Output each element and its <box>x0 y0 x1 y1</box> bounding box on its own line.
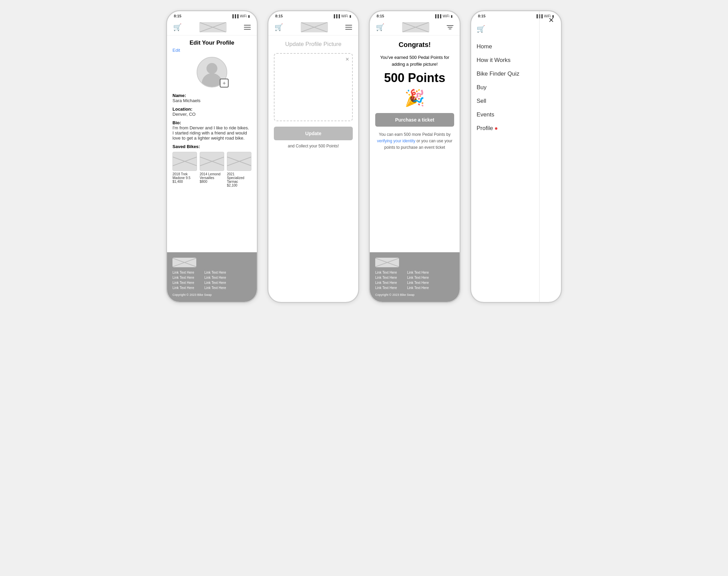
footer-link-1-3[interactable]: Link Text Here <box>172 281 194 285</box>
profile-title: Edit Your Profile <box>172 39 251 46</box>
hamburger-2[interactable] <box>345 25 352 30</box>
saved-bikes-title: Saved Bikes: <box>172 144 251 149</box>
footer-col-1a: Link Text Here Link Text Here Link Text … <box>172 271 194 290</box>
cart-icon-1[interactable]: 🛒 <box>173 23 182 31</box>
bio-field: Bio: I'm from Denver and I like to ride … <box>172 120 251 141</box>
menu-close-button[interactable]: ✕ <box>548 16 554 24</box>
bike-price-1: $800 <box>200 180 224 183</box>
points-display: 500 Points <box>375 71 454 85</box>
bike-img-1 <box>200 152 224 171</box>
wifi-icon-2: WiFi <box>341 14 348 18</box>
purchase-ticket-button[interactable]: Purchase a ticket <box>375 113 454 127</box>
footer-link-1-5[interactable]: Link Text Here <box>204 271 226 274</box>
footer-link-3-1[interactable]: Link Text Here <box>375 271 397 274</box>
avatar-head <box>206 63 217 74</box>
footer-links-3: Link Text Here Link Text Here Link Text … <box>375 271 454 290</box>
nav-bar-1: 🛒 <box>167 19 257 35</box>
footer-link-3-8[interactable]: Link Text Here <box>407 286 429 290</box>
footer-link-3-7[interactable]: Link Text Here <box>407 281 429 285</box>
footer-link-1-7[interactable]: Link Text Here <box>204 281 226 285</box>
screen-edit-profile: Edit Your Profile Edit ＋ Name: Sara Mich… <box>167 35 257 252</box>
bike-card-2[interactable]: 2021 Specialized Tarmac $2,100 <box>227 152 251 187</box>
phone-2: 8:15 ▐▐▐ WiFi ▮ 🛒 Update Profile Picture… <box>267 10 359 303</box>
add-photo-button[interactable]: ＋ <box>220 79 229 87</box>
logo-1 <box>199 22 227 32</box>
battery-icon-3: ▮ <box>451 14 453 18</box>
logo-2 <box>301 22 328 32</box>
footer-link-1-2[interactable]: Link Text Here <box>172 276 194 279</box>
signal-icon-3: ▐▐▐ <box>434 14 441 18</box>
avatar-body <box>202 73 222 87</box>
name-field: Name: Sara Michaels <box>172 93 251 103</box>
battery-icon: ▮ <box>248 14 250 18</box>
footer-3: Link Text Here Link Text Here Link Text … <box>370 252 460 302</box>
update-button[interactable]: Update <box>274 127 353 140</box>
profile-content: Edit Your Profile Edit ＋ Name: Sara Mich… <box>167 35 257 191</box>
footer-links-1: Link Text Here Link Text Here Link Text … <box>172 271 251 290</box>
footer-logo-3 <box>375 258 399 267</box>
status-bar-4: 8:15 ▐▐▐ WiFi ▮ <box>471 11 561 19</box>
congrats-content: Congrats! You've earned 500 Pedal Points… <box>370 35 460 157</box>
screen-update-pic: Update Profile Picture ✕ Update and Coll… <box>268 35 358 302</box>
verify-identity-link[interactable]: verifying your identity <box>377 139 415 143</box>
time-1: 8:15 <box>174 14 181 18</box>
location-value: Denver, CO <box>172 112 196 117</box>
hamburger-1[interactable] <box>244 25 251 30</box>
footer-link-1-4[interactable]: Link Text Here <box>172 286 194 290</box>
footer-link-1-8[interactable]: Link Text Here <box>204 286 226 290</box>
footer-link-1-6[interactable]: Link Text Here <box>204 276 226 279</box>
upload-close[interactable]: ✕ <box>345 57 349 62</box>
nav-bar-2: 🛒 <box>268 19 358 35</box>
cart-icon-3[interactable]: 🛒 <box>376 23 384 31</box>
menu-item-buy[interactable]: Buy <box>477 81 556 94</box>
bike-card-1[interactable]: 2014 Lemond Versailles $800 <box>200 152 224 187</box>
footer-link-1-1[interactable]: Link Text Here <box>172 271 194 274</box>
copyright-1: Copyright © 2023 Bike Swap <box>172 293 251 297</box>
location-field: Location: Denver, CO <box>172 107 251 117</box>
upload-area[interactable]: ✕ <box>274 53 353 121</box>
battery-icon-2: ▮ <box>349 14 351 18</box>
edit-link[interactable]: Edit <box>172 48 251 53</box>
bike-card-0[interactable]: 2018 Trek Madone 9.5 $1,400 <box>172 152 197 187</box>
footer-link-3-2[interactable]: Link Text Here <box>375 276 397 279</box>
bio-value: I'm from Denver and I like to ride bikes… <box>172 125 249 141</box>
menu-item-how-it-works[interactable]: How it Works <box>477 53 556 67</box>
menu-item-sell[interactable]: Sell <box>477 94 556 108</box>
avatar-wrap: ＋ <box>197 57 227 87</box>
cart-icon-2[interactable]: 🛒 <box>275 23 283 31</box>
bike-img-2 <box>227 152 251 171</box>
status-icons-2: ▐▐▐ WiFi ▮ <box>333 14 351 18</box>
bike-name-2: 2021 Specialized Tarmac <box>227 172 251 183</box>
logo-3 <box>402 22 429 32</box>
update-content: Update Profile Picture ✕ Update and Coll… <box>268 35 358 154</box>
footer-link-3-5[interactable]: Link Text Here <box>407 271 429 274</box>
footer-link-3-3[interactable]: Link Text Here <box>375 281 397 285</box>
bike-img-0 <box>172 152 197 171</box>
menu-item-home[interactable]: Home <box>477 40 556 53</box>
menu-item-profile[interactable]: Profile <box>477 122 556 135</box>
bike-price-2: $2,100 <box>227 183 251 187</box>
bike-price-0: $1,400 <box>172 180 197 183</box>
footer-link-3-6[interactable]: Link Text Here <box>407 276 429 279</box>
menu-item-bike-finder[interactable]: Bike Finder Quiz <box>477 67 556 81</box>
footer-logo-1 <box>172 258 196 267</box>
screen-congrats: Congrats! You've earned 500 Pedal Points… <box>370 35 460 252</box>
bio-label: Bio: <box>172 120 181 125</box>
signal-icon: ▐▐▐ <box>231 14 238 18</box>
menu-cart-icon[interactable]: 🛒 <box>477 25 556 33</box>
menu-item-events[interactable]: Events <box>477 108 556 122</box>
phone-4: 8:15 ▐▐▐ WiFi ▮ ✕ 🛒 Home How it Works Bi… <box>470 10 562 303</box>
status-bar-1: 8:15 ▐▐▐ WiFi ▮ <box>167 11 257 19</box>
footer-link-3-4[interactable]: Link Text Here <box>375 286 397 290</box>
menu-items-list: Home How it Works Bike Finder Quiz Buy S… <box>477 40 556 135</box>
time-3: 8:15 <box>377 14 384 18</box>
time-2: 8:15 <box>275 14 283 18</box>
bike-name-1: 2014 Lemond Versailles <box>200 172 224 180</box>
update-title: Update Profile Picture <box>274 41 353 48</box>
menu-screen: 🛒 Home How it Works Bike Finder Quiz Buy… <box>471 19 561 141</box>
party-icon: 🎉 <box>375 89 454 108</box>
filter-icon-3[interactable] <box>447 25 453 29</box>
status-icons-3: ▐▐▐ WiFi ▮ <box>434 14 453 18</box>
profile-notification-dot <box>495 127 497 130</box>
nav-bar-3: 🛒 <box>370 19 460 35</box>
